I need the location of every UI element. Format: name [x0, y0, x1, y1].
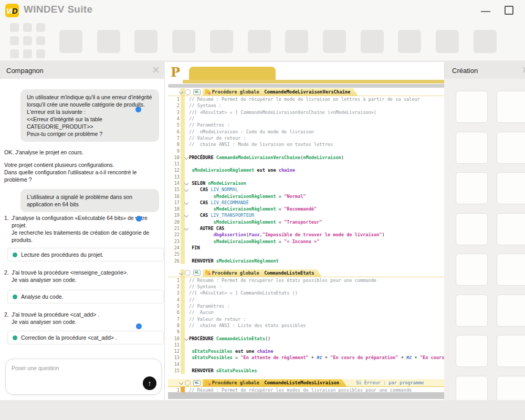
creation-item-placeholder[interactable]	[497, 254, 525, 286]
code-line[interactable]: 1// Résumé : Permet de récupérer les éta…	[168, 277, 445, 284]
code-line[interactable]: 18 sModeLivraisonRèglement = "Recommandé…	[168, 206, 445, 212]
companion-close-icon[interactable]: ✕	[152, 65, 160, 75]
creation-item-placeholder[interactable]	[456, 376, 488, 401]
procedure-header[interactable]: WLProcédure globale CommandeListeEtats	[168, 269, 445, 277]
editor-bottom-scrollbar[interactable]	[168, 392, 445, 399]
code-line[interactable]: 8// chaîne ANSI : Mode de livraison en t…	[168, 141, 445, 148]
error-handling-label[interactable]: Si Erreur : par programme	[356, 380, 424, 385]
code-line[interactable]: 26 RENVOYER sModeLivraisonRèglement	[168, 257, 445, 264]
code-line[interactable]: 11	[168, 161, 445, 167]
maximize-button[interactable]	[505, 6, 513, 15]
collapse-chevron-icon[interactable]	[179, 90, 183, 94]
ribbon-small-button[interactable]	[36, 36, 45, 45]
code-line[interactable]: 7// Valeur de retour :	[168, 135, 445, 141]
procedure-header[interactable]: WLProcédure globale CommandeModeLivraiso…	[168, 88, 445, 96]
code-line[interactable]: 16 sModeLivraisonRèglement = "Normal"	[168, 193, 445, 199]
ribbon-button[interactable]	[398, 30, 421, 53]
creation-item-placeholder[interactable]	[456, 172, 488, 204]
editor-tab[interactable]	[189, 67, 276, 80]
creation-item-placeholder[interactable]	[497, 376, 525, 401]
code-line[interactable]: 6// Aucun	[168, 309, 445, 316]
ribbon-button[interactable]	[172, 30, 195, 53]
collapse-chevron-icon[interactable]	[179, 381, 183, 385]
creation-item-placeholder[interactable]	[456, 132, 488, 164]
code-line[interactable]: 13 sEtatsPossibles = "En attente de règl…	[168, 354, 445, 361]
ribbon-button[interactable]	[210, 30, 233, 53]
ribbon-button[interactable]	[323, 30, 346, 53]
procedure-header[interactable]: WLProcédure globale CommandeListeModesLi…	[168, 379, 445, 387]
code-line[interactable]: 13	[168, 174, 445, 180]
creation-item-placeholder[interactable]	[497, 213, 525, 245]
code-line[interactable]: 6// nModeLivraison : Code du mode de liv…	[168, 128, 445, 134]
code-line[interactable]: 23 sModeLivraisonRèglement = "< Inconnu …	[168, 238, 445, 245]
code-line[interactable]: 5// Paramètres :	[168, 303, 445, 309]
code-line[interactable]: 5// Paramètres :	[168, 122, 445, 128]
ribbon-small-button[interactable]	[23, 49, 32, 58]
code-line[interactable]: 25	[168, 251, 445, 257]
ribbon-small-button[interactable]	[10, 23, 19, 32]
ribbon-small-button[interactable]	[23, 36, 32, 45]
minimize-button[interactable]	[481, 11, 490, 12]
code-line[interactable]: 19 CAS LIV_TRANSPORTEUR	[168, 212, 445, 218]
collapse-chevron-icon[interactable]	[179, 270, 183, 275]
code-line[interactable]: 3//[ <Résultat> = ] CommandeListeEtats (…	[168, 290, 445, 296]
fold-chevron-icon[interactable]	[184, 181, 188, 185]
ribbon-button[interactable]	[59, 30, 82, 53]
code-line[interactable]: 11	[168, 342, 445, 348]
creation-item-placeholder[interactable]	[497, 172, 525, 204]
fold-chevron-icon[interactable]	[184, 226, 188, 230]
code-line[interactable]: 22 dbgAssertion(Faux,"Impossible de trou…	[168, 232, 445, 238]
question-input[interactable]: Poser une question↑	[5, 359, 162, 395]
creation-item-placeholder[interactable]	[456, 254, 488, 286]
ribbon-button[interactable]	[97, 30, 120, 53]
code-line[interactable]: 12 sEtatsPossibles est une chaîne	[168, 348, 445, 354]
creation-close-icon[interactable]: ✕	[521, 65, 525, 75]
fold-chevron-icon[interactable]	[184, 155, 188, 160]
code-line[interactable]: 8// chaîne ANSI : Liste des états possib…	[168, 322, 445, 329]
code-line[interactable]: 17 CAS LIV_RECOMMANDÉ	[168, 200, 445, 206]
code-line[interactable]: 14 SELON nModeLivraison	[168, 180, 445, 186]
ribbon-small-button[interactable]	[23, 23, 32, 32]
ribbon-small-button[interactable]	[10, 49, 19, 58]
code-region[interactable]: WLProcédure globale CommandeModeLivraiso…	[168, 88, 445, 392]
code-line[interactable]: 1// Résumé : Permet de récupérer le mode…	[168, 96, 445, 102]
creation-item-placeholder[interactable]	[456, 91, 488, 123]
code-line[interactable]: 9	[168, 148, 445, 154]
creation-item-placeholder[interactable]	[497, 295, 525, 327]
ribbon-button[interactable]	[474, 30, 497, 53]
ribbon-small-button[interactable]	[36, 49, 45, 58]
creation-item-placeholder[interactable]	[456, 295, 488, 327]
fold-chevron-icon[interactable]	[184, 201, 188, 205]
code-line[interactable]: 14	[168, 361, 445, 368]
ribbon-small-button[interactable]	[10, 36, 19, 45]
code-line[interactable]: 12 sModeLivraisonRèglement est une chaîn…	[168, 167, 445, 173]
fold-chevron-icon[interactable]	[184, 336, 188, 340]
code-line[interactable]: 20 sModeLivraisonRèglement = "Transporte…	[168, 219, 445, 225]
ribbon-button[interactable]	[361, 30, 384, 53]
code-line[interactable]: 15 RENVOYER sEtatsPossibles	[168, 368, 445, 374]
code-line[interactable]: 1// Résumé : Permet de récupérer les mod…	[168, 387, 445, 392]
ribbon-button[interactable]	[285, 30, 308, 53]
code-line[interactable]: 2// Syntaxe :	[168, 284, 445, 290]
ribbon-button[interactable]	[436, 30, 459, 53]
code-line[interactable]: 4//	[168, 297, 445, 303]
creation-item-placeholder[interactable]	[456, 213, 488, 245]
code-line[interactable]: 21 AUTRE CAS	[168, 225, 445, 232]
ribbon-small-button[interactable]	[36, 23, 45, 32]
creation-item-placeholder[interactable]	[456, 335, 488, 367]
ribbon-button[interactable]	[248, 30, 271, 53]
code-line[interactable]: 3//[ <Résultat> = ] CommandeModeLivraiso…	[168, 109, 445, 116]
code-line[interactable]: 10PROCÉDURE CommandeListeEtats()	[168, 335, 445, 341]
creation-item-placeholder[interactable]	[497, 335, 525, 367]
code-line[interactable]: 24 FIN	[168, 245, 445, 251]
fold-chevron-icon[interactable]	[184, 187, 188, 192]
code-line[interactable]: 9	[168, 329, 445, 335]
code-line[interactable]: 7// Valeur de retour :	[168, 316, 445, 322]
ribbon-button[interactable]	[134, 30, 158, 53]
code-line[interactable]: 15 CAS LIV_NORMAL	[168, 186, 445, 193]
code-line[interactable]: 4//	[168, 116, 445, 122]
editor-top-scrollbar[interactable]	[168, 84, 445, 88]
fold-chevron-icon[interactable]	[184, 213, 188, 217]
code-line[interactable]: 2// Syntaxe :	[168, 102, 445, 109]
send-button[interactable]: ↑	[143, 376, 156, 390]
